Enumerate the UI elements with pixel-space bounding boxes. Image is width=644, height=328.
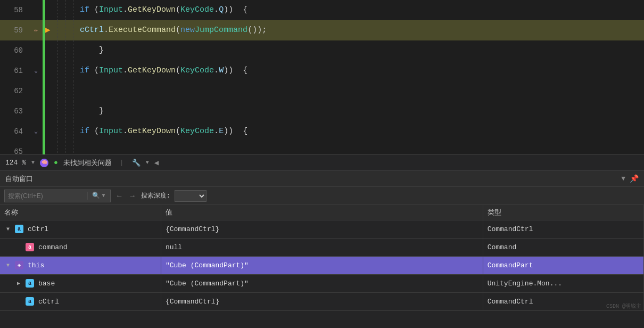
line-number-61: 61 [0, 61, 29, 81]
code-content-59: cCtrl.ExecuteCommand(new JumpCommand()); [77, 20, 644, 40]
cell-value-row-base: "Cube (CommandPart)" [161, 274, 483, 292]
nav-back-icon[interactable]: ← [115, 191, 123, 201]
var-icon: a [15, 225, 23, 233]
line-number-63: 63 [0, 101, 29, 121]
table-row[interactable]: ▶ a base "Cube (CommandPart)" UnityEngin… [0, 274, 644, 292]
line-number-65: 65 [0, 142, 29, 154]
line-number-64: 64 [0, 121, 29, 142]
line-number-59: 59 [0, 20, 29, 40]
var-name: command [38, 243, 68, 251]
var-icon: a [26, 243, 34, 251]
cell-value-row-cctrl2: {CommandCtrl} [161, 292, 483, 310]
table-header: 名称 值 类型 [0, 205, 644, 220]
gutter-58 [29, 0, 43, 20]
code-content-62 [77, 81, 644, 101]
cell-name-row-base: ▶ a base [0, 274, 161, 292]
gutter-62 [29, 81, 43, 101]
cell-value-row-this: "Cube (CommandPart)" [161, 256, 483, 274]
separator-1: | [120, 159, 124, 167]
expand-arrow[interactable]: ▼ [6, 263, 13, 268]
pin-icon[interactable]: 📌 [630, 174, 639, 183]
search-box[interactable]: | 🔍 ▼ [4, 190, 111, 202]
auto-window-titlebar: 自动窗口 ▼ 📌 [0, 171, 644, 187]
expand-arrow[interactable]: ▼ [6, 226, 13, 232]
nav-forward-icon[interactable]: → [128, 191, 136, 201]
var-icon: ◈ [15, 261, 23, 269]
no-issues-text: 未找到相关问题 [63, 158, 112, 168]
code-line-65: 65 [0, 142, 644, 154]
code-content-61: if (Input.GetKeyDown(KeyCode.W)) { [77, 61, 644, 81]
gutter-64: ⌄ [29, 121, 43, 142]
code-line-64: 64 ⌄ if (Input.GetKeyDown(KeyCode.E)) { [0, 121, 644, 142]
var-name: cCtrl [38, 298, 59, 306]
gutter-59: ✏ [29, 20, 43, 40]
code-line-62: 62 [0, 81, 644, 101]
code-content-65 [77, 142, 644, 154]
search-separator: | [85, 191, 90, 201]
zoom-dropdown-icon[interactable]: ▼ [31, 160, 35, 166]
status-bar: 124 % ▼ 🧠 ● 未找到相关问题 | 🔧 ▼ ◀ [0, 154, 644, 170]
table-row[interactable]: ▼ a cCtrl {CommandCtrl} CommandCtrl [0, 220, 644, 238]
check-icon: ● [54, 159, 58, 167]
table-row[interactable]: a command null Command [0, 238, 644, 256]
dropdown-icon[interactable]: ▼ [621, 175, 625, 183]
gutter-63 [29, 101, 43, 121]
gutter-65 [29, 142, 43, 154]
watermark: CSDN @明锐主 [606, 302, 641, 310]
wrench-dropdown[interactable]: ▼ [146, 160, 149, 166]
code-line-59: 59 ✏ ▶ cCtrl.ExecuteCommand(new JumpComm… [0, 20, 644, 40]
cell-name-row-command: a command [0, 238, 161, 256]
cell-type-row-base: UnityEngine.Mon... [483, 274, 643, 292]
gutter-60 [29, 40, 43, 61]
code-content-60: } [77, 40, 644, 61]
zoom-value[interactable]: 124 % [5, 159, 26, 167]
line-number-60: 60 [0, 40, 29, 61]
line-number-58: 58 [0, 0, 29, 20]
arrow-left-icon[interactable]: ◀ [154, 158, 159, 167]
var-icon: a [26, 279, 34, 288]
table-row[interactable]: a cCtrl {CommandCtrl} CommandCtrl [0, 292, 644, 310]
auto-window-title: 自动窗口 [5, 174, 33, 184]
cell-type-row-cctrl: CommandCtrl [483, 220, 643, 238]
code-line-58: 58 if (Input.GetKeyDown(KeyCode.Q)) { [0, 0, 644, 20]
auto-window-toolbar: | 🔍 ▼ ← → 搜索深度: [0, 187, 644, 205]
wrench-icon[interactable]: 🔧 [132, 159, 141, 167]
depth-label: 搜索深度: [141, 191, 170, 200]
cell-type-row-command: Command [483, 238, 643, 256]
search-icon[interactable]: 🔍 [92, 192, 100, 200]
cell-value-row-command: null [161, 238, 483, 256]
var-name: this [28, 261, 44, 269]
gutter-61: ⌄ [29, 61, 43, 81]
col-header-value: 值 [161, 205, 483, 220]
brain-icon: 🧠 [40, 159, 48, 167]
search-dropdown-icon[interactable]: ▼ [102, 193, 105, 199]
var-name: base [38, 280, 55, 288]
col-header-name: 名称 [0, 205, 161, 220]
code-line-61: 61 ⌄ if (Input.GetKeyDown(KeyCode.W)) { [0, 61, 644, 81]
auto-window: 自动窗口 ▼ 📌 | 🔍 ▼ ← → 搜索深度: 名称 值 类型 [0, 170, 644, 328]
table-row[interactable]: ▼ ◈ this "Cube (CommandPart)" CommandPar… [0, 256, 644, 274]
titlebar-controls: ▼ 📌 [621, 174, 639, 183]
var-name: cCtrl [28, 225, 48, 233]
depth-dropdown[interactable] [175, 190, 207, 202]
code-content-64: if (Input.GetKeyDown(KeyCode.E)) { [77, 121, 644, 142]
code-content-63: } [77, 101, 644, 121]
cell-name-row-this: ▼ ◈ this [0, 256, 161, 274]
expand-arrow[interactable]: ▶ [17, 280, 23, 286]
code-line-63: 63 } [0, 101, 644, 121]
cell-name-row-cctrl2: a cCtrl [0, 292, 161, 310]
code-editor: 58 if (Input.GetKeyDown(KeyCode.Q)) { 59… [0, 0, 644, 154]
cell-value-row-cctrl: {CommandCtrl} [161, 220, 483, 238]
col-header-type: 类型 [483, 205, 643, 220]
line-number-62: 62 [0, 81, 29, 101]
search-input[interactable] [8, 192, 82, 200]
cell-name-row-cctrl: ▼ a cCtrl [0, 220, 161, 238]
code-line-60: 60 } [0, 40, 644, 61]
cell-type-row-this: CommandPart [483, 256, 643, 274]
code-content-58: if (Input.GetKeyDown(KeyCode.Q)) { [77, 0, 644, 20]
auto-table: 名称 值 类型 ▼ a cCtrl {CommandCtrl} CommandC… [0, 205, 644, 328]
var-icon: a [26, 297, 34, 306]
